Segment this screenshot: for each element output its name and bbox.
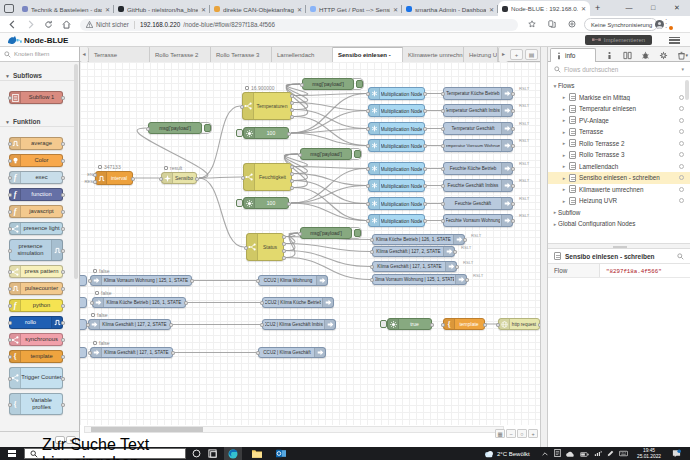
canvas-node-multT2[interactable]: Multiplication Node [368, 122, 425, 135]
canvas-node-L2[interactable]: Klima Geschäft | 127, 2, STATEfalse [88, 319, 171, 330]
canvas-node-klimaS1[interactable]: Klima Geschäft | 127, 2, STATERSLT [372, 246, 455, 257]
tab-close-icon[interactable]: ✕ [581, 5, 586, 12]
node-port-out[interactable] [423, 92, 427, 96]
node-port-in[interactable] [441, 202, 445, 206]
flow-focus-radio[interactable] [679, 95, 684, 100]
node-port[interactable] [61, 304, 65, 308]
canvas-node-true[interactable]: true [387, 318, 432, 330]
flow-tab[interactable]: Heizung U [464, 47, 498, 62]
palette-node[interactable]: {template [9, 350, 63, 363]
tree-row[interactable]: ▼Flows [548, 80, 690, 92]
tree-row[interactable]: ▸Terrasse [548, 126, 690, 138]
node-port-out[interactable] [455, 265, 459, 269]
canvas-node-C1[interactable]: CCU2 | Klima Küche Betrieb [262, 297, 334, 308]
tray-network-icon[interactable] [594, 450, 602, 457]
node-port[interactable] [61, 210, 65, 214]
canvas-h-scrollbar-thumb[interactable] [91, 427, 203, 432]
debug-toggle-button[interactable] [356, 80, 363, 88]
node-port-in[interactable] [441, 127, 445, 131]
node-port[interactable] [8, 227, 12, 231]
node-port-in[interactable] [93, 180, 97, 184]
canvas-node-L3[interactable]: Klima Geschäft | 127, 1, STATEfalse [90, 347, 173, 358]
node-port-out[interactable] [290, 94, 294, 98]
edge-icon[interactable] [228, 449, 238, 459]
node-port-in[interactable] [366, 219, 370, 223]
flow-canvas[interactable]: intervalENRES347133Sensiboresultmsg['pay… [80, 62, 540, 425]
canvas-node-C2[interactable]: CCU2 | Klima Geschäft Imbiss [262, 319, 336, 330]
node-port[interactable] [8, 321, 12, 325]
node-port-in[interactable] [366, 184, 370, 188]
file-explorer-icon[interactable] [252, 449, 262, 458]
browser-tab[interactable]: Node-BLUE : 192.168.0.220✕ [498, 1, 590, 16]
node-port[interactable] [61, 193, 65, 197]
canvas-node-temperaturen[interactable]: Temperaturen16.900000 [242, 92, 292, 120]
main-menu-button[interactable] [669, 37, 680, 46]
detail-search-icon[interactable] [677, 253, 684, 260]
canvas-node-stub1[interactable] [80, 297, 87, 308]
node-port-out[interactable] [290, 115, 294, 119]
tab-close-icon[interactable]: ✕ [393, 6, 398, 13]
palette-scrollbar[interactable] [74, 64, 78, 279]
flow-focus-radio[interactable] [679, 175, 684, 180]
canvas-node-multT0[interactable]: Multiplication Node [368, 87, 425, 100]
tree-row[interactable]: ▸Sensibo einlesen - schreiben [548, 172, 690, 184]
node-port[interactable] [61, 249, 65, 253]
zoom-reset-button[interactable]: ○ [517, 429, 527, 438]
window-close-button[interactable]: ✕ [666, 0, 688, 16]
node-port[interactable] [8, 287, 12, 291]
node-port-in[interactable] [88, 279, 92, 283]
node-port-out[interactable] [195, 177, 199, 181]
node-port[interactable] [8, 142, 12, 146]
flow-focus-radio[interactable] [679, 198, 684, 203]
tree-row[interactable]: ▸Rollo Terrasse 3 [548, 149, 690, 161]
sync-profile-button[interactable]: Keine Synchronisierung [584, 18, 658, 31]
canvas-node-outF2[interactable]: Feuchte GeschäftRSLT [443, 197, 513, 210]
add-flow-button[interactable]: + [510, 49, 523, 60]
node-port-in[interactable] [260, 301, 264, 305]
sidebar-config-gear-icon[interactable] [656, 50, 670, 60]
flow-list-button[interactable]: ▤ [525, 49, 538, 60]
palette-node[interactable]: press pattern [9, 265, 63, 278]
browser-menu-icon[interactable]: ··· [665, 18, 667, 30]
palette-node[interactable]: Trigger Counter [9, 367, 63, 389]
flow-focus-radio[interactable] [679, 129, 684, 134]
canvas-node-template[interactable]: {template [443, 318, 485, 330]
canvas-node-outF3[interactable]: Fecuhte Vorraum WohnungRSLT [443, 214, 513, 227]
browser-tab[interactable]: direkte CAN-Objektanfrage✕ [210, 2, 306, 16]
node-port[interactable] [8, 176, 12, 180]
node-port-in[interactable] [93, 173, 97, 177]
node-port-out[interactable] [423, 202, 427, 206]
sidebar-debug-bug-icon[interactable] [638, 50, 652, 60]
node-port[interactable] [61, 338, 65, 342]
node-port[interactable] [61, 159, 65, 163]
canvas-node-multT3[interactable]: Multiplication Node [368, 139, 425, 152]
node-port-out[interactable] [290, 108, 294, 112]
node-port[interactable] [61, 227, 65, 231]
extensions-icon[interactable] [568, 20, 576, 28]
canvas-node-feuchtigkeit[interactable]: Feuchtigkeit [243, 163, 292, 191]
sidebar-help-book-icon[interactable] [620, 50, 634, 60]
node-port-out[interactable] [423, 144, 427, 148]
node-port-in[interactable] [370, 278, 374, 282]
flow-tab[interactable]: Lamellendach [272, 47, 333, 62]
canvas-node-C0[interactable]: CCU2 | Klima Wohnung [258, 275, 328, 286]
palette-node[interactable]: synchronous [9, 333, 63, 346]
node-port-in[interactable] [370, 238, 374, 242]
node-port-out[interactable] [131, 177, 135, 181]
node-port-out[interactable] [511, 127, 515, 131]
node-port-out[interactable] [511, 144, 515, 148]
sidebar-tab-info[interactable]: info [550, 48, 596, 62]
node-port[interactable] [8, 377, 12, 381]
node-port-in[interactable] [90, 301, 94, 305]
canvas-node-multT1[interactable]: Multiplication Node [368, 104, 425, 117]
node-port-out[interactable] [423, 184, 427, 188]
node-port-in[interactable] [496, 323, 500, 327]
canvas-node-outF1[interactable]: Feuchte Geschäft ImbissRSLT [443, 179, 513, 192]
node-port-in[interactable] [88, 351, 92, 355]
node-port-in[interactable] [370, 265, 374, 269]
palette-node[interactable]: {Variable profiles [9, 393, 63, 415]
browser-tab[interactable]: Technik & Basteleien - dax.la✕ [18, 2, 114, 16]
canvas-node-stub0[interactable] [80, 275, 87, 286]
canvas-node-L1[interactable]: Klima Küche Betrieb | 126, 1, STATEfalse [92, 297, 186, 308]
palette-category-header[interactable]: ▼Subflows [0, 70, 74, 81]
